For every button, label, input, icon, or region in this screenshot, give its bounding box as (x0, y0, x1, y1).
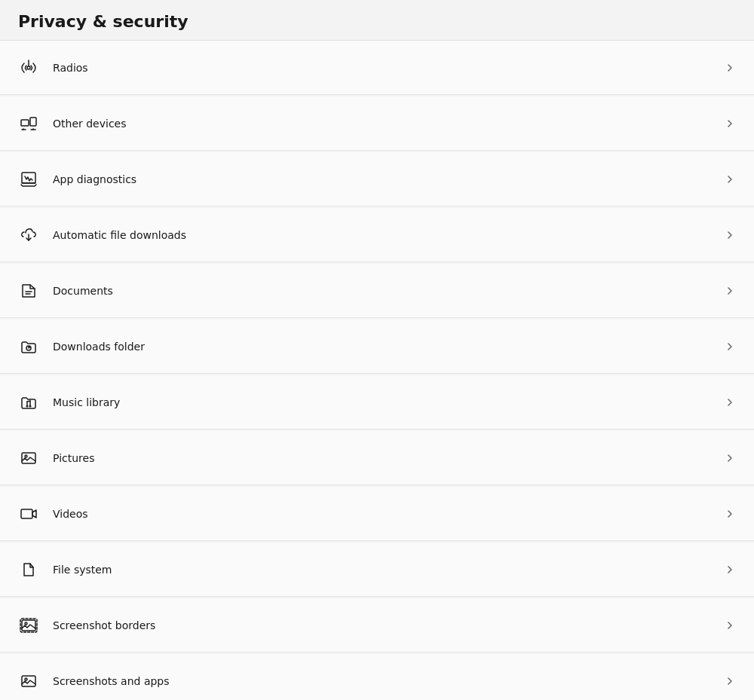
radios-icon (18, 57, 39, 78)
settings-item-app-diagnostics[interactable]: App diagnostics (0, 152, 754, 206)
settings-item-downloads-folder[interactable]: Downloads folder (0, 319, 754, 374)
screenshots-and-apps-icon (18, 671, 39, 692)
settings-item-screenshots-and-apps[interactable]: Screenshots and apps (0, 654, 754, 700)
music-library-label: Music library (53, 396, 120, 408)
screenshot-borders-chevron-icon (724, 619, 736, 631)
automatic-file-downloads-chevron-icon (724, 229, 736, 241)
screenshot-borders-label: Screenshot borders (53, 619, 155, 631)
radios-chevron-icon (724, 62, 736, 74)
other-devices-icon (18, 113, 39, 134)
svg-rect-2 (30, 118, 36, 126)
settings-item-automatic-file-downloads[interactable]: Automatic file downloads (0, 208, 754, 262)
screenshots-and-apps-label: Screenshots and apps (53, 675, 170, 687)
svg-point-11 (25, 622, 27, 625)
screenshots-and-apps-chevron-icon (724, 675, 736, 687)
settings-item-videos[interactable]: Videos (0, 487, 754, 541)
settings-item-radios[interactable]: Radios (0, 41, 754, 95)
downloads-folder-label: Downloads folder (53, 341, 145, 353)
settings-item-pictures[interactable]: Pictures (0, 431, 754, 485)
videos-chevron-icon (724, 508, 736, 520)
app-diagnostics-icon (18, 169, 39, 190)
documents-chevron-icon (724, 285, 736, 297)
svg-rect-1 (21, 120, 29, 126)
music-library-icon (18, 392, 39, 413)
app-diagnostics-chevron-icon (724, 173, 736, 185)
radios-label: Radios (53, 62, 88, 74)
downloads-folder-chevron-icon (724, 341, 736, 353)
page-title: Privacy & security (18, 12, 736, 31)
videos-icon (18, 503, 39, 524)
pictures-icon (18, 448, 39, 469)
automatic-file-downloads-label: Automatic file downloads (53, 229, 186, 241)
pictures-chevron-icon (724, 452, 736, 464)
downloads-folder-icon (18, 336, 39, 357)
videos-label: Videos (53, 508, 88, 520)
settings-item-music-library[interactable]: Music library (0, 375, 754, 429)
svg-point-8 (25, 455, 27, 457)
svg-point-14 (25, 678, 27, 680)
app-diagnostics-label: App diagnostics (53, 173, 136, 185)
settings-item-documents[interactable]: Documents (0, 264, 754, 318)
music-library-chevron-icon (724, 396, 736, 408)
other-devices-label: Other devices (53, 118, 126, 130)
settings-item-screenshot-borders[interactable]: Screenshot borders (0, 598, 754, 653)
file-system-chevron-icon (724, 564, 736, 576)
other-devices-chevron-icon (724, 118, 736, 130)
settings-item-other-devices[interactable]: Other devices (0, 96, 754, 151)
svg-point-5 (26, 405, 29, 407)
pictures-label: Pictures (53, 452, 94, 464)
settings-item-file-system[interactable]: File system (0, 543, 754, 597)
file-system-label: File system (53, 564, 112, 576)
documents-icon (18, 280, 39, 301)
svg-point-6 (29, 405, 32, 407)
svg-rect-9 (21, 509, 32, 518)
documents-label: Documents (53, 285, 113, 297)
screenshot-borders-icon (18, 615, 39, 636)
automatic-file-downloads-icon (18, 225, 39, 246)
settings-list: Radios Other devices (0, 41, 754, 700)
file-system-icon (18, 559, 39, 580)
